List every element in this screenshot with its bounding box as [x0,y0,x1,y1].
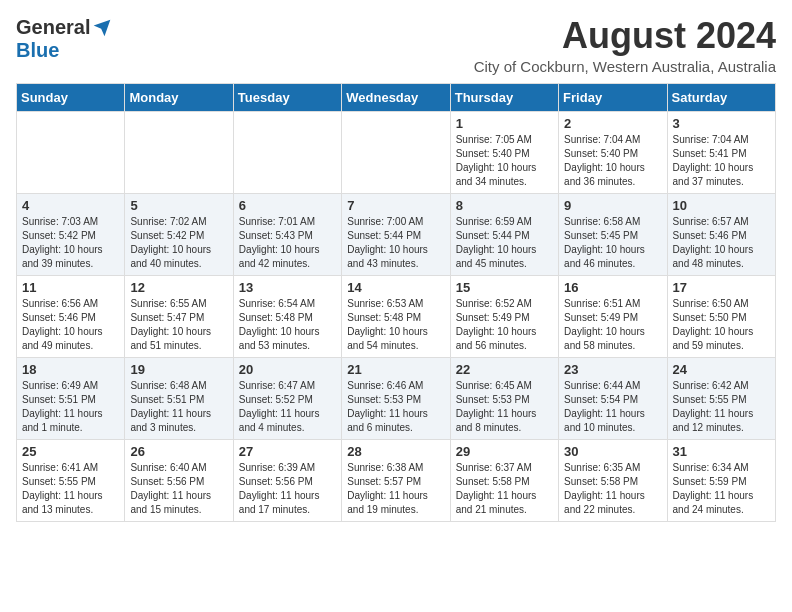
calendar-cell: 22Sunrise: 6:45 AM Sunset: 5:53 PM Dayli… [450,357,558,439]
day-number: 30 [564,444,661,459]
day-number: 15 [456,280,553,295]
calendar-cell: 9Sunrise: 6:58 AM Sunset: 5:45 PM Daylig… [559,193,667,275]
calendar-week-row: 18Sunrise: 6:49 AM Sunset: 5:51 PM Dayli… [17,357,776,439]
weekday-header-friday: Friday [559,83,667,111]
day-number: 10 [673,198,770,213]
day-number: 31 [673,444,770,459]
day-number: 20 [239,362,336,377]
day-info: Sunrise: 7:01 AM Sunset: 5:43 PM Dayligh… [239,215,336,271]
weekday-header-wednesday: Wednesday [342,83,450,111]
calendar-cell: 19Sunrise: 6:48 AM Sunset: 5:51 PM Dayli… [125,357,233,439]
day-number: 9 [564,198,661,213]
calendar-week-row: 1Sunrise: 7:05 AM Sunset: 5:40 PM Daylig… [17,111,776,193]
day-info: Sunrise: 7:03 AM Sunset: 5:42 PM Dayligh… [22,215,119,271]
calendar-cell: 7Sunrise: 7:00 AM Sunset: 5:44 PM Daylig… [342,193,450,275]
day-info: Sunrise: 7:00 AM Sunset: 5:44 PM Dayligh… [347,215,444,271]
calendar-cell: 29Sunrise: 6:37 AM Sunset: 5:58 PM Dayli… [450,439,558,521]
calendar-cell: 1Sunrise: 7:05 AM Sunset: 5:40 PM Daylig… [450,111,558,193]
day-info: Sunrise: 6:45 AM Sunset: 5:53 PM Dayligh… [456,379,553,435]
day-info: Sunrise: 6:54 AM Sunset: 5:48 PM Dayligh… [239,297,336,353]
calendar-cell: 21Sunrise: 6:46 AM Sunset: 5:53 PM Dayli… [342,357,450,439]
calendar-cell [342,111,450,193]
day-info: Sunrise: 6:48 AM Sunset: 5:51 PM Dayligh… [130,379,227,435]
calendar-week-row: 11Sunrise: 6:56 AM Sunset: 5:46 PM Dayli… [17,275,776,357]
day-number: 24 [673,362,770,377]
title-section: August 2024 City of Cockburn, Western Au… [474,16,776,75]
calendar-cell: 5Sunrise: 7:02 AM Sunset: 5:42 PM Daylig… [125,193,233,275]
page-header: General Blue August 2024 City of Cockbur… [16,16,776,75]
day-info: Sunrise: 6:56 AM Sunset: 5:46 PM Dayligh… [22,297,119,353]
day-info: Sunrise: 6:34 AM Sunset: 5:59 PM Dayligh… [673,461,770,517]
day-number: 1 [456,116,553,131]
calendar-week-row: 25Sunrise: 6:41 AM Sunset: 5:55 PM Dayli… [17,439,776,521]
weekday-header-monday: Monday [125,83,233,111]
day-info: Sunrise: 6:37 AM Sunset: 5:58 PM Dayligh… [456,461,553,517]
weekday-header-thursday: Thursday [450,83,558,111]
calendar-cell: 26Sunrise: 6:40 AM Sunset: 5:56 PM Dayli… [125,439,233,521]
calendar-cell: 15Sunrise: 6:52 AM Sunset: 5:49 PM Dayli… [450,275,558,357]
day-info: Sunrise: 6:59 AM Sunset: 5:44 PM Dayligh… [456,215,553,271]
calendar-cell: 25Sunrise: 6:41 AM Sunset: 5:55 PM Dayli… [17,439,125,521]
calendar-table: SundayMondayTuesdayWednesdayThursdayFrid… [16,83,776,522]
logo-general-text: General [16,16,90,39]
calendar-cell: 27Sunrise: 6:39 AM Sunset: 5:56 PM Dayli… [233,439,341,521]
day-info: Sunrise: 6:57 AM Sunset: 5:46 PM Dayligh… [673,215,770,271]
day-info: Sunrise: 6:47 AM Sunset: 5:52 PM Dayligh… [239,379,336,435]
day-info: Sunrise: 6:40 AM Sunset: 5:56 PM Dayligh… [130,461,227,517]
day-number: 23 [564,362,661,377]
day-info: Sunrise: 6:49 AM Sunset: 5:51 PM Dayligh… [22,379,119,435]
calendar-cell: 8Sunrise: 6:59 AM Sunset: 5:44 PM Daylig… [450,193,558,275]
day-number: 18 [22,362,119,377]
calendar-cell: 17Sunrise: 6:50 AM Sunset: 5:50 PM Dayli… [667,275,775,357]
day-info: Sunrise: 6:50 AM Sunset: 5:50 PM Dayligh… [673,297,770,353]
calendar-cell: 18Sunrise: 6:49 AM Sunset: 5:51 PM Dayli… [17,357,125,439]
day-number: 22 [456,362,553,377]
day-number: 11 [22,280,119,295]
weekday-header-saturday: Saturday [667,83,775,111]
day-number: 26 [130,444,227,459]
day-number: 29 [456,444,553,459]
day-info: Sunrise: 6:38 AM Sunset: 5:57 PM Dayligh… [347,461,444,517]
day-info: Sunrise: 6:39 AM Sunset: 5:56 PM Dayligh… [239,461,336,517]
weekday-header-row: SundayMondayTuesdayWednesdayThursdayFrid… [17,83,776,111]
day-number: 25 [22,444,119,459]
day-info: Sunrise: 6:42 AM Sunset: 5:55 PM Dayligh… [673,379,770,435]
day-number: 4 [22,198,119,213]
day-info: Sunrise: 7:05 AM Sunset: 5:40 PM Dayligh… [456,133,553,189]
calendar-cell: 23Sunrise: 6:44 AM Sunset: 5:54 PM Dayli… [559,357,667,439]
calendar-cell: 6Sunrise: 7:01 AM Sunset: 5:43 PM Daylig… [233,193,341,275]
day-number: 19 [130,362,227,377]
calendar-cell: 12Sunrise: 6:55 AM Sunset: 5:47 PM Dayli… [125,275,233,357]
day-number: 3 [673,116,770,131]
day-info: Sunrise: 6:51 AM Sunset: 5:49 PM Dayligh… [564,297,661,353]
calendar-cell [125,111,233,193]
day-number: 7 [347,198,444,213]
day-number: 5 [130,198,227,213]
day-info: Sunrise: 6:53 AM Sunset: 5:48 PM Dayligh… [347,297,444,353]
day-info: Sunrise: 6:58 AM Sunset: 5:45 PM Dayligh… [564,215,661,271]
calendar-cell [17,111,125,193]
month-title: August 2024 [474,16,776,56]
day-number: 16 [564,280,661,295]
day-info: Sunrise: 6:35 AM Sunset: 5:58 PM Dayligh… [564,461,661,517]
calendar-cell: 30Sunrise: 6:35 AM Sunset: 5:58 PM Dayli… [559,439,667,521]
location-title: City of Cockburn, Western Australia, Aus… [474,58,776,75]
day-number: 27 [239,444,336,459]
calendar-cell: 31Sunrise: 6:34 AM Sunset: 5:59 PM Dayli… [667,439,775,521]
day-number: 21 [347,362,444,377]
calendar-cell: 4Sunrise: 7:03 AM Sunset: 5:42 PM Daylig… [17,193,125,275]
day-info: Sunrise: 7:02 AM Sunset: 5:42 PM Dayligh… [130,215,227,271]
day-info: Sunrise: 7:04 AM Sunset: 5:41 PM Dayligh… [673,133,770,189]
day-info: Sunrise: 6:41 AM Sunset: 5:55 PM Dayligh… [22,461,119,517]
day-info: Sunrise: 6:52 AM Sunset: 5:49 PM Dayligh… [456,297,553,353]
day-info: Sunrise: 6:44 AM Sunset: 5:54 PM Dayligh… [564,379,661,435]
day-info: Sunrise: 6:46 AM Sunset: 5:53 PM Dayligh… [347,379,444,435]
weekday-header-sunday: Sunday [17,83,125,111]
calendar-cell: 16Sunrise: 6:51 AM Sunset: 5:49 PM Dayli… [559,275,667,357]
day-number: 17 [673,280,770,295]
calendar-cell: 13Sunrise: 6:54 AM Sunset: 5:48 PM Dayli… [233,275,341,357]
calendar-cell: 2Sunrise: 7:04 AM Sunset: 5:40 PM Daylig… [559,111,667,193]
day-number: 6 [239,198,336,213]
day-number: 12 [130,280,227,295]
calendar-cell [233,111,341,193]
